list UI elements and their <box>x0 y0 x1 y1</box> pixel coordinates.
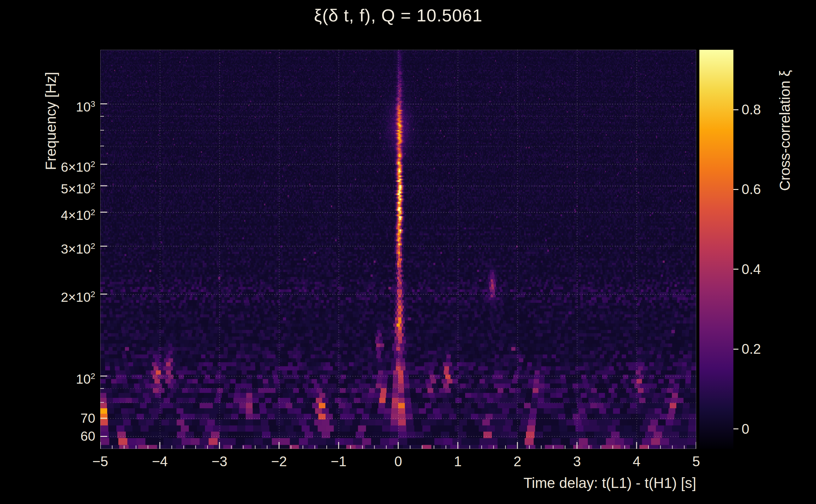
x-tick-label: 1 <box>454 454 462 469</box>
colorbar-tick <box>733 428 738 429</box>
colorbar-tick <box>733 189 738 190</box>
y-tick-label: 5×102 <box>13 177 95 195</box>
colorbar-tick <box>733 109 738 110</box>
y-tick-label: 70 <box>13 409 95 427</box>
y-tick-label: 3×102 <box>13 237 95 255</box>
x-tick-label: −5 <box>92 454 108 469</box>
x-tick-label: 2 <box>514 454 521 469</box>
y-tick-label: 60 <box>13 427 95 445</box>
y-tick-label: 102 <box>13 367 95 385</box>
y-tick-label: 4×102 <box>13 203 95 221</box>
cross-correlation-spectrogram: ξ(δ t, f), Q = 10.5061 Frequency [Hz] Ti… <box>0 0 816 504</box>
x-tick-label: 3 <box>573 454 581 469</box>
x-tick-label: 5 <box>693 454 700 469</box>
x-tick-label: 0 <box>394 454 402 469</box>
colorbar-tick <box>733 269 738 270</box>
x-tick-label: −3 <box>212 454 227 469</box>
colorbar-tick-label: 0.8 <box>742 101 761 118</box>
x-tick-label: −1 <box>331 454 347 469</box>
colorbar-gradient <box>699 50 733 449</box>
heatmap-canvas <box>100 50 696 449</box>
y-tick-label: 6×102 <box>13 155 95 173</box>
colorbar-tick-label: 0.4 <box>742 261 761 278</box>
x-axis-title: Time delay: t(L1) - t(H1) [s] <box>100 474 696 491</box>
x-tick-label: −2 <box>271 454 287 469</box>
plot-title: ξ(δ t, f), Q = 10.5061 <box>100 5 696 26</box>
x-tick-label: −4 <box>152 454 168 469</box>
colorbar-tick-label: 0.6 <box>742 181 761 198</box>
colorbar-tick-label: 0 <box>742 421 749 438</box>
colorbar-tick <box>733 349 738 350</box>
colorbar-tick-label: 0.2 <box>742 341 761 358</box>
colorbar-title: Cross-correlation ξ <box>776 70 793 191</box>
x-tick-label: 4 <box>633 454 641 469</box>
y-tick-label: 103 <box>13 95 95 113</box>
y-tick-label: 2×102 <box>13 285 95 303</box>
